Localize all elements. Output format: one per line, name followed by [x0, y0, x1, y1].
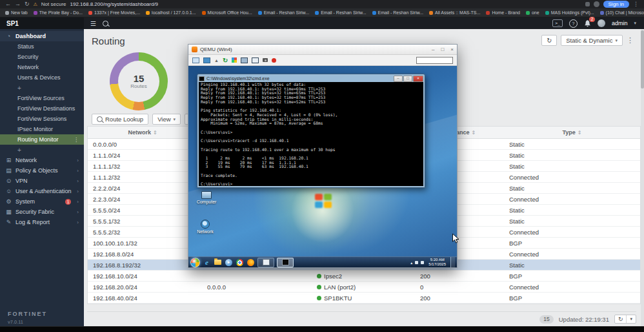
sidebar-item-routing-monitor[interactable]: Routing Monitor ⋮ — [0, 134, 84, 145]
minimize-button[interactable]: – — [432, 47, 434, 52]
explorer-icon[interactable] — [214, 258, 222, 267]
sidebar-item-log-report[interactable]: ✎ Log & Report › — [0, 217, 84, 227]
scrollbar-thumb[interactable] — [641, 30, 644, 88]
qemu-refresh-icon[interactable]: ↻ — [223, 57, 228, 64]
table-row[interactable]: 192.168.40.0/24SP1BKTU200BGP — [88, 293, 640, 304]
cmd-close-button[interactable]: × — [413, 76, 423, 82]
notifications-button[interactable]: 2 — [584, 19, 591, 27]
bookmark[interactable]: Email - Reshan Siriw... — [372, 10, 423, 15]
sidebar-item-policy-objects[interactable]: ▤ Policy & Objects › — [0, 165, 84, 176]
taskbar-window-button[interactable] — [257, 258, 274, 267]
bookmark[interactable]: localhost / 127.0.0.1... — [146, 10, 196, 15]
show-desktop-button[interactable] — [450, 257, 455, 268]
refresh-button[interactable]: ↻ — [615, 315, 627, 323]
sidebar-item-dashboard[interactable]: ◔ Dashboard — [0, 31, 84, 41]
qemu-record-icon[interactable] — [272, 58, 276, 63]
bookmark[interactable]: Microsoft Office Hou... — [202, 10, 252, 15]
sidebar-item-fortiview-destinations[interactable]: FortiView Destinations — [0, 103, 84, 114]
browser-forward-icon[interactable]: → — [15, 1, 21, 7]
bookmark[interactable]: The Pirate Bay - Do... — [34, 10, 83, 15]
cmd-maximize-button[interactable]: □ — [403, 76, 412, 82]
desktop-icon-computer[interactable]: Computer — [191, 191, 222, 204]
route-type-filter-select[interactable]: Static & Dynamic ▾ — [561, 35, 623, 46]
routes-donut-chart[interactable]: 15 Routes — [110, 52, 168, 110]
bookmark[interactable]: New tab — [5, 10, 28, 15]
sidebar-item-user-authentication[interactable]: ☺ User & Authentication › — [0, 186, 84, 196]
qemu-toolbar-input[interactable] — [416, 57, 453, 64]
menu-toggle-icon[interactable]: ☰ — [90, 20, 96, 27]
bookmark[interactable]: (10) Chat | Microsof... — [600, 10, 644, 15]
tray-volume-icon[interactable] — [421, 261, 424, 264]
terminal-output[interactable]: Pinging 192.168.40.1 with 32 bytes of da… — [199, 82, 423, 186]
sidebar-item-security[interactable]: Security — [0, 52, 84, 62]
bookmark[interactable]: one — [526, 10, 539, 15]
qemu-eject-icon[interactable]: ▲ — [214, 58, 219, 63]
cmd-titlebar[interactable]: C:\Windows\system32\cmd.exe – □ × — [199, 75, 423, 82]
close-button[interactable]: × — [450, 47, 454, 52]
browser-menu-kebab-icon[interactable]: ⋮ — [633, 1, 639, 7]
sidebar-item-network-dashboard[interactable]: Network — [0, 62, 84, 72]
start-button[interactable] — [190, 258, 200, 267]
browser-back-icon[interactable]: ← — [5, 1, 11, 7]
qemu-snapshot-icon[interactable] — [263, 58, 268, 62]
bookmark[interactable]: MAS Holdings (Pvt)... — [545, 10, 594, 15]
chrome-icon[interactable] — [236, 258, 244, 267]
internet-explorer-icon[interactable]: e — [203, 258, 211, 267]
qemu-machine-icon[interactable] — [192, 57, 199, 63]
desktop-icon-network[interactable]: Network — [190, 220, 221, 234]
sidebar-item-ipsec-monitor[interactable]: IPsec Monitor — [0, 124, 84, 134]
sidebar-add-dashboard-button[interactable]: + — [0, 83, 84, 93]
refresh-widget-button[interactable]: ↻ — [541, 35, 557, 46]
sidebar-item-status[interactable]: Status — [0, 41, 84, 52]
sidebar-item-network[interactable]: ⊞ Network › — [0, 155, 84, 165]
cli-console-button[interactable]: >_ — [552, 19, 563, 27]
bookmark[interactable]: Email - Reshan Siriw... — [315, 10, 366, 15]
sign-in-button[interactable]: Sign in — [603, 1, 629, 8]
table-row[interactable]: 192.168.10.0/24Ipsec2200BGP — [88, 271, 640, 282]
bookmark[interactable]: All Assets :: MAS-TS... — [429, 10, 480, 15]
content-scrollbar[interactable] — [641, 29, 644, 326]
tray-hidden-icons-chevron[interactable]: ▴ — [410, 260, 412, 265]
column-header-network[interactable]: Network⇕ — [88, 127, 197, 138]
table-row[interactable]: 192.168.20.0/240.0.0.0LAN (port2)0Connec… — [88, 282, 640, 293]
qemu-monitor-icon[interactable] — [241, 57, 248, 63]
help-button[interactable]: ? — [569, 19, 578, 28]
taskbar-clock[interactable]: 5:20 AM 5/17/2025 — [427, 258, 448, 267]
sidebar-item-users-devices[interactable]: Users & Devices — [0, 72, 84, 83]
sidebar-item-vpn[interactable]: ⊙ VPN › — [0, 176, 84, 186]
window-controls: – □ × — [432, 47, 454, 52]
sidebar-item-fortiview-sources[interactable]: FortiView Sources — [0, 93, 84, 103]
sidebar-add-monitor-button[interactable]: + — [0, 145, 84, 155]
cmd-minimize-button[interactable]: – — [394, 76, 403, 82]
route-lookup-button[interactable]: Route Lookup — [92, 114, 148, 125]
sidebar-item-security-fabric[interactable]: ▦ Security Fabric › — [0, 207, 84, 217]
kebab-icon[interactable]: ⋮ — [74, 137, 79, 143]
sidebar-item-fortiview-sessions[interactable]: FortiView Sessions — [0, 114, 84, 124]
bookmark[interactable]: Home - Brand — [486, 10, 520, 15]
qemu-display-icon[interactable] — [203, 57, 210, 63]
host-taskbar[interactable] — [0, 326, 644, 332]
sidebar-item-system[interactable]: ⚙ System 1 › — [0, 196, 84, 207]
taskbar-window-button-active[interactable] — [277, 258, 294, 267]
maximize-button[interactable]: □ — [441, 47, 444, 52]
qemu-grid-icon[interactable] — [232, 57, 237, 63]
user-menu[interactable]: admin — [612, 20, 628, 26]
widget-options-kebab-icon[interactable]: ⋮ — [627, 36, 634, 45]
search-icon[interactable] — [103, 21, 108, 26]
extensions-icon[interactable] — [585, 2, 590, 6]
profile-icon[interactable] — [594, 1, 599, 7]
not-secure-warning-icon[interactable]: ⚠ — [34, 2, 37, 7]
bookmark[interactable]: 1337x | Free Movies,... — [88, 10, 140, 15]
vm-display[interactable]: C:\Windows\system32\cmd.exe – □ × Pingin… — [188, 66, 457, 267]
bookmark[interactable]: Email - Reshan Siriw... — [258, 10, 309, 15]
refresh-interval-dropdown[interactable]: ▾ — [626, 315, 636, 323]
column-header-type[interactable]: Type⇕ — [504, 127, 640, 138]
tray-network-icon[interactable] — [415, 261, 418, 264]
qemu-titlebar[interactable]: QEMU (Win4) – □ × — [188, 45, 457, 55]
firefox-icon[interactable] — [247, 258, 255, 267]
media-player-icon[interactable]: ▸ — [225, 258, 233, 267]
browser-reload-icon[interactable]: ↻ — [25, 1, 30, 7]
url-text[interactable]: 192.168.8.200/ng/system/dashboard/9 — [70, 1, 159, 7]
qemu-monitor2-icon[interactable] — [252, 57, 259, 63]
view-dropdown-button[interactable]: View ▾ — [152, 114, 181, 125]
